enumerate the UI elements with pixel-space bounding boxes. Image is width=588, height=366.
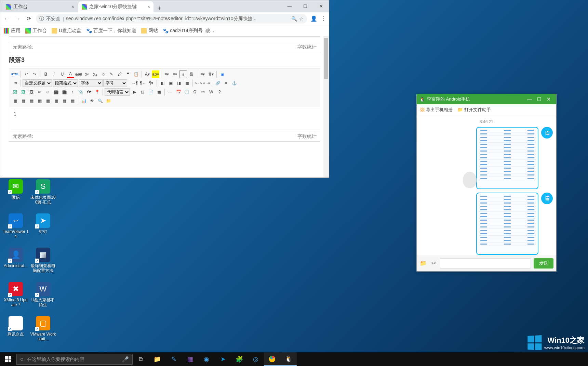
desktop-icon[interactable]: W↗U盘大家都不陌生 <box>29 280 57 315</box>
qq-taskbar-icon[interactable]: 🐧 <box>280 352 297 366</box>
bold-button[interactable]: B <box>42 70 50 78</box>
insert-row-button[interactable]: ▦ <box>28 97 35 105</box>
desktop-icon[interactable]: ➤↗钉钉 <box>29 212 57 246</box>
search-icon[interactable]: 🔍 <box>291 16 297 22</box>
ul-button[interactable]: ≡▾ <box>163 70 171 78</box>
image-button[interactable]: 🖼 <box>11 88 19 96</box>
profile-icon[interactable]: 👤 <box>310 15 317 22</box>
table-button[interactable]: ▦ <box>11 97 19 105</box>
insert-col-button[interactable]: ▦ <box>44 97 52 105</box>
bookmark-item[interactable]: 工作台 <box>25 28 47 34</box>
desktop-icon[interactable]: ✉↗微信 <box>2 178 29 212</box>
highlight-button[interactable]: 🖍 <box>116 70 123 78</box>
italic-button[interactable]: I <box>50 70 58 78</box>
desktop-icon[interactable]: ▢↗VMware Workstati... <box>29 315 57 349</box>
preview-button[interactable]: 👁 <box>88 97 96 105</box>
touppercase-button[interactable]: A→A <box>195 79 202 87</box>
img-right-button[interactable]: ◨ <box>175 79 183 87</box>
desktop-icon[interactable]: 👤↗Administrat... <box>2 246 29 280</box>
image3-button[interactable]: 🖼 <box>28 88 35 96</box>
scissors-icon[interactable]: ✂ <box>430 260 437 267</box>
send-button[interactable]: 发送 <box>534 258 553 269</box>
chart-button[interactable]: 📊 <box>80 97 88 105</box>
search-box[interactable]: ○ 🎤 <box>16 354 133 365</box>
video2-button[interactable]: 🎬 <box>61 88 68 96</box>
formatmatch-button[interactable]: ✎ <box>108 70 115 78</box>
folder-icon[interactable]: 📁 <box>419 260 427 267</box>
code-lang-select[interactable]: 代码语言 <box>105 88 130 96</box>
gmap-button[interactable]: 📍 <box>93 88 101 96</box>
close-icon[interactable]: × <box>147 4 150 10</box>
bookmark-item[interactable]: U盘启动盘 <box>52 28 81 34</box>
reload-button[interactable]: ⟳ <box>25 15 32 23</box>
word-count-label[interactable]: 字数统计 <box>297 133 317 140</box>
chat-input[interactable] <box>440 258 531 269</box>
merge-cells-button[interactable]: ▦ <box>61 97 68 105</box>
search-input[interactable] <box>27 356 119 362</box>
fontcolor-button[interactable]: A▾ <box>144 70 151 78</box>
back-button[interactable]: ← <box>3 15 11 23</box>
message-bubble[interactable] <box>476 193 538 255</box>
pen-icon[interactable]: ✎ <box>165 352 182 366</box>
html-button[interactable]: HTML <box>11 70 19 78</box>
spechar-button[interactable]: Ω <box>191 88 199 96</box>
video-button[interactable]: 🎬 <box>52 88 60 96</box>
snapscreen-button[interactable]: ✂ <box>199 88 207 96</box>
desktop-icon[interactable]: ◭↗腾讯企点 <box>2 315 29 349</box>
menu-icon[interactable]: ⋮ <box>321 15 326 22</box>
editor-content[interactable]: 1 <box>9 107 320 131</box>
paragraph-format-select[interactable]: 段落格式 <box>53 79 78 87</box>
drafts-button[interactable]: 📁 <box>105 97 112 105</box>
export-album-button[interactable]: 🖼 导出手机相册 <box>420 107 453 113</box>
background-button[interactable]: ▦ <box>155 88 163 96</box>
time-button[interactable]: 🕐 <box>183 88 190 96</box>
table-del-button[interactable]: ▦ <box>19 97 27 105</box>
desktop-icon[interactable]: ▦↗最详细查看电脑配置方法 <box>29 246 57 280</box>
desktop-icon[interactable]: ↔↗TeamViewer 14 <box>2 212 29 246</box>
mic-icon[interactable]: 🎤 <box>122 356 129 363</box>
eraser-button[interactable]: ◇ <box>99 70 107 78</box>
map-button[interactable]: 🗺 <box>85 88 93 96</box>
bookmark-item[interactable]: 🐾 百度一下，你就知道 <box>86 28 136 34</box>
desktop-icon[interactable]: S↗未优化页面100篇-汇总 <box>29 178 57 212</box>
split-cells-button[interactable]: ▦ <box>69 97 76 105</box>
dir-button[interactable]: ¶▾ <box>147 79 155 87</box>
outdent-button[interactable]: ¶← <box>139 79 147 87</box>
tab-1[interactable]: 工作台 × <box>2 1 78 12</box>
redo-button[interactable]: ↷ <box>31 70 38 78</box>
pasteplain-button[interactable]: 📋 <box>132 70 140 78</box>
img-none-button[interactable]: ▦ <box>183 79 191 87</box>
omnibox[interactable]: ⓘ 不安全 | seo.windows7en.com/index.php?r=s… <box>36 14 307 24</box>
avatar-icon[interactable]: 🖥 <box>541 127 553 139</box>
unlink-button[interactable]: ⤫ <box>222 79 230 87</box>
font-select[interactable]: 字体 <box>79 79 103 87</box>
scrollbar-thumb[interactable] <box>324 38 328 79</box>
forward-button[interactable]: → <box>14 15 22 23</box>
music-button[interactable]: ♪ <box>69 88 76 96</box>
star-icon[interactable]: ☆ <box>299 16 304 22</box>
bookmark-item[interactable]: 🐾 cad2014序列号_破... <box>163 28 214 34</box>
fullscreen-button[interactable]: ▣ <box>218 70 226 78</box>
app-icon[interactable]: 🧩 <box>231 352 248 366</box>
wordimage-button[interactable]: W <box>208 88 215 96</box>
minimize-button[interactable]: — <box>525 96 534 102</box>
new-tab-button[interactable]: + <box>154 4 164 12</box>
delete-row-button[interactable]: ▦ <box>36 97 43 105</box>
close-icon[interactable]: × <box>71 4 74 10</box>
apps-button[interactable]: 应用 <box>4 28 21 34</box>
link-button[interactable]: 🔗 <box>214 79 222 87</box>
desktop-icon[interactable]: ✖↗XMind 8 Update 7 <box>2 280 29 315</box>
hr-button[interactable]: — <box>166 88 174 96</box>
qq-titlebar[interactable]: 🐧 李富翔的 Android手机 — ☐ ✕ <box>417 94 556 104</box>
template-button[interactable]: 📄 <box>147 88 155 96</box>
avatar-icon[interactable]: 🖥 <box>541 193 553 204</box>
underline-button[interactable]: U <box>58 70 66 78</box>
date-button[interactable]: 📅 <box>175 88 182 96</box>
close-button[interactable]: ✕ <box>313 0 329 12</box>
app-icon[interactable]: ▦ <box>182 352 198 366</box>
lineheight-button[interactable]: ↕▾ <box>11 79 19 87</box>
scrawl-button[interactable]: ✏ <box>36 88 43 96</box>
word-count-label[interactable]: 字数统计 <box>297 44 317 50</box>
minimize-button[interactable]: — <box>282 0 297 12</box>
app-icon[interactable]: ◉ <box>198 352 215 366</box>
